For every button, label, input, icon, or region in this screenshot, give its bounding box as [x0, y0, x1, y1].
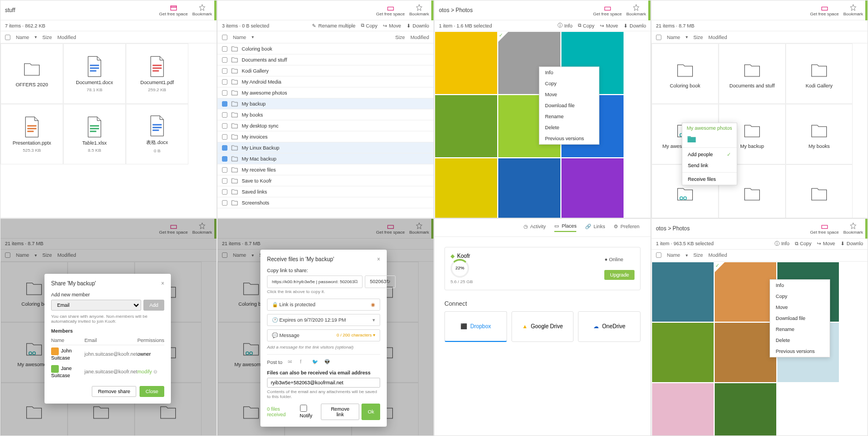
- get-free-space-button[interactable]: Get free space: [159, 4, 188, 16]
- row-checkbox[interactable]: [222, 200, 227, 206]
- ctx-item[interactable]: Copy: [539, 78, 599, 89]
- file-tile[interactable]: Document1.docx78.1 KB: [63, 43, 126, 104]
- folder-tile[interactable]: My books: [786, 104, 853, 164]
- rename-multiple-button[interactable]: ✎ Rename multiple: [312, 23, 355, 29]
- select-all-checkbox[interactable]: [656, 35, 661, 40]
- notify-checkbox[interactable]: Notify: [300, 405, 321, 418]
- list-item[interactable]: My Android Media: [218, 76, 433, 87]
- col-name[interactable]: Name: [16, 35, 29, 40]
- folder-tile[interactable]: Coloring book: [652, 43, 719, 104]
- move-button[interactable]: ↪ Move: [817, 240, 835, 247]
- row-checkbox[interactable]: [222, 167, 227, 173]
- ctx-item[interactable]: Info: [539, 67, 599, 78]
- info-button[interactable]: ⓘ Info: [775, 240, 789, 247]
- list-item[interactable]: Save to Koofr: [218, 175, 433, 186]
- folder-tile[interactable]: Documents and stuff: [719, 43, 786, 104]
- bookmark-button[interactable]: Bookmark: [843, 4, 863, 16]
- file-tile[interactable]: 表格.docx0 B: [126, 104, 188, 164]
- provider-card[interactable]: ▲ Google Drive: [511, 311, 574, 342]
- email-icon[interactable]: ✉: [288, 359, 294, 366]
- photo-thumb[interactable]: [561, 158, 624, 218]
- row-checkbox[interactable]: [222, 101, 227, 107]
- get-free-space-button[interactable]: Get free space: [593, 4, 622, 16]
- list-item[interactable]: My desktop sync: [218, 120, 433, 131]
- select-all-checkbox[interactable]: [5, 35, 10, 40]
- close-icon[interactable]: ×: [161, 280, 164, 286]
- row-checkbox[interactable]: [222, 134, 227, 140]
- download-button[interactable]: ⬇ Downlo: [841, 240, 863, 247]
- photo-thumb[interactable]: [652, 383, 714, 437]
- context-menu[interactable]: InfoCopyMoveDownload fileRenameDeletePre…: [539, 67, 599, 145]
- bookmark-button[interactable]: Bookmark: [626, 4, 646, 16]
- row-checkbox[interactable]: [222, 57, 227, 63]
- ctx-item[interactable]: Delete: [539, 122, 599, 133]
- list-item[interactable]: My Mac backup: [218, 153, 433, 164]
- email-select[interactable]: Email: [51, 300, 141, 311]
- row-checkbox[interactable]: [222, 112, 227, 118]
- file-tile[interactable]: Table1.xlsx8.5 KB: [63, 104, 126, 164]
- ctx-item[interactable]: Copy: [770, 291, 830, 302]
- provider-card[interactable]: ☁ OneDrive: [578, 311, 641, 342]
- select-all-checkbox[interactable]: [222, 35, 227, 40]
- row-checkbox[interactable]: [222, 178, 227, 184]
- tab-activity[interactable]: ◷ Activity: [524, 223, 546, 232]
- add-button[interactable]: Add: [143, 300, 164, 311]
- photo-thumb[interactable]: [435, 158, 498, 218]
- twitter-icon[interactable]: 🐦: [312, 359, 319, 366]
- toggle-icon[interactable]: ◉: [371, 302, 375, 307]
- list-item[interactable]: My Linux Backup: [218, 142, 433, 153]
- close-button[interactable]: Close: [140, 386, 164, 397]
- photo-thumb[interactable]: [714, 322, 777, 383]
- ctx-item[interactable]: Rename: [539, 111, 599, 122]
- open-link-icon[interactable]: ⧉: [354, 279, 358, 285]
- move-button[interactable]: ↪ Move: [383, 23, 401, 29]
- ctx-item[interactable]: Download file: [770, 313, 830, 324]
- row-checkbox[interactable]: [222, 68, 227, 74]
- list-item[interactable]: My books: [218, 109, 433, 120]
- list-item[interactable]: Kodi Gallery: [218, 65, 433, 76]
- chevron-down-icon[interactable]: ▾: [372, 317, 375, 323]
- tab-places[interactable]: ▭ Places: [554, 223, 576, 232]
- facebook-icon[interactable]: f: [300, 359, 307, 366]
- get-free-space-button[interactable]: Get free space: [810, 4, 839, 16]
- get-free-space-button[interactable]: Get free space: [376, 4, 405, 16]
- context-menu[interactable]: InfoCopyMoveDownload fileRenameDeletePre…: [770, 279, 830, 357]
- expires-field[interactable]: 🕐 Expires on 9/7/2020 12:19 PM▾: [267, 314, 380, 326]
- list-item[interactable]: Screenshots: [218, 197, 433, 208]
- message-field[interactable]: 💬 Message0 / 200 characters ▾: [267, 329, 380, 341]
- remove-link-button[interactable]: Remove link: [321, 404, 360, 420]
- remove-member-icon[interactable]: ⊖: [153, 369, 158, 374]
- ctx-item[interactable]: Rename: [770, 324, 830, 335]
- list-item[interactable]: My backup: [218, 98, 433, 109]
- tab-links[interactable]: 🔗 Links: [585, 223, 605, 232]
- refresh-icon[interactable]: ↻: [386, 279, 391, 284]
- list-item[interactable]: Documents and stuff: [218, 54, 433, 65]
- photo-thumb[interactable]: [714, 383, 777, 437]
- row-checkbox[interactable]: [222, 145, 227, 151]
- upgrade-button[interactable]: Upgrade: [604, 270, 635, 280]
- receive-email-input[interactable]: [267, 378, 380, 388]
- bookmark-button[interactable]: Bookmark: [409, 4, 429, 16]
- info-button[interactable]: ⓘ Info: [558, 22, 572, 29]
- folder-tile[interactable]: Kodi Gallery: [786, 43, 853, 104]
- ctx-item[interactable]: Move: [770, 302, 830, 313]
- bookmark-button[interactable]: Bookmark: [192, 4, 212, 16]
- reddit-icon[interactable]: 👽: [324, 359, 331, 366]
- photo-thumb[interactable]: [714, 262, 777, 322]
- get-free-space-button[interactable]: Get free space: [810, 222, 839, 235]
- add-people-option[interactable]: Add people✓: [682, 149, 737, 160]
- ctx-item[interactable]: Delete: [770, 335, 830, 346]
- link-value[interactable]: https://k00.fr/ryib3w5e | password: 5020…: [272, 279, 354, 284]
- ok-button[interactable]: Ok: [361, 404, 380, 420]
- receive-files-option[interactable]: Receive files: [682, 174, 737, 185]
- remove-share-button[interactable]: Remove share: [92, 386, 136, 397]
- row-checkbox[interactable]: [222, 79, 227, 85]
- file-tile[interactable]: Presentation.pptx525.3 KB: [1, 104, 63, 164]
- folder-tile[interactable]: [786, 164, 853, 218]
- send-link-option[interactable]: Send link: [682, 160, 737, 171]
- list-item[interactable]: My receive files: [218, 164, 433, 175]
- tab-preferences[interactable]: ⚙ Preferen: [614, 223, 639, 232]
- close-icon[interactable]: ×: [377, 256, 380, 262]
- photo-thumb[interactable]: [435, 31, 498, 95]
- bookmark-button[interactable]: Bookmark: [843, 222, 863, 235]
